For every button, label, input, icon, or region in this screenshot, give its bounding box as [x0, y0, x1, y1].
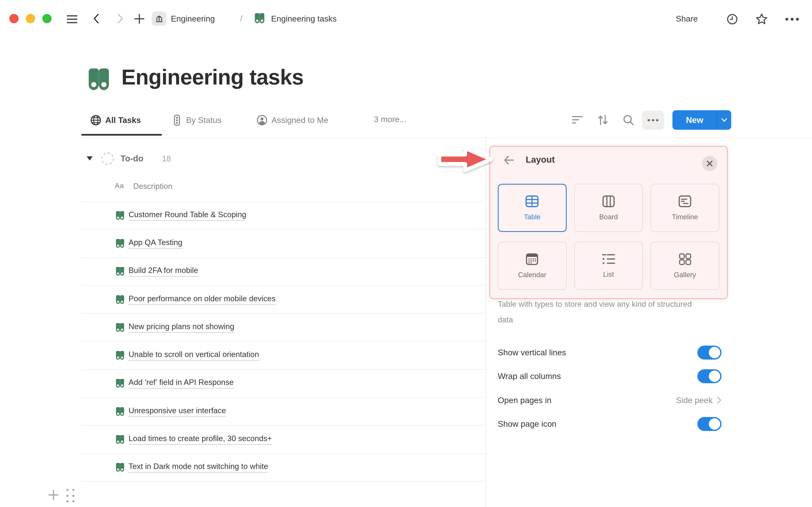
window-zoom-button[interactable]	[42, 14, 52, 23]
tab-assigned-to-me[interactable]: Assigned to Me	[256, 114, 328, 126]
toggle-show-page-icon[interactable]	[697, 417, 721, 431]
setting-wrap-all-columns: Wrap all columns	[498, 364, 721, 388]
add-row-icon[interactable]	[48, 489, 59, 501]
tabs-more[interactable]: 3 more...	[374, 114, 406, 124]
table-row[interactable]: Unresponsive user interface	[81, 398, 486, 426]
table-row[interactable]: Load times to create profile, 30 seconds…	[81, 426, 486, 454]
task-title: Unable to scroll on vertical orientation	[129, 350, 259, 361]
layout-option-label: Table	[524, 213, 541, 221]
window-close-button[interactable]	[9, 14, 18, 23]
share-button[interactable]: Share	[676, 14, 698, 24]
more-options-icon[interactable]	[785, 17, 799, 21]
breadcrumb-workspace[interactable]	[152, 11, 166, 26]
layout-option-timeline[interactable]: Timeline	[651, 184, 719, 232]
page-icon-binoculars[interactable]	[86, 68, 112, 91]
new-button[interactable]: New	[672, 110, 731, 130]
table-row[interactable]: Build 2FA for mobile	[81, 258, 486, 286]
task-title: App QA Testing	[129, 238, 182, 249]
breadcrumb-item-current[interactable]: Engineering tasks	[271, 14, 337, 24]
toggle-knob	[709, 418, 720, 430]
layout-options-grid: Table Board Timeline Calendar List	[498, 184, 719, 290]
todo-status-icon	[101, 153, 114, 165]
tab-by-status[interactable]: By Status	[172, 114, 221, 126]
new-page-icon[interactable]	[134, 13, 145, 24]
chevron-right-icon	[717, 397, 721, 404]
breadcrumb-item[interactable]: Engineering	[171, 14, 215, 24]
task-table: Customer Round Table & Scoping App QA Te…	[81, 201, 486, 482]
group-name[interactable]: To-do	[120, 154, 143, 164]
gallery-icon	[678, 253, 691, 265]
layout-option-label: Calendar	[518, 271, 546, 279]
nav-back-icon[interactable]	[91, 13, 101, 24]
table-row[interactable]: Text in Dark mode not switching to white	[81, 454, 486, 482]
task-title: Add ’ref’ field in API Response	[129, 378, 234, 389]
page-title[interactable]: Engineering tasks	[121, 65, 304, 90]
board-icon	[602, 195, 615, 207]
binoculars-icon	[115, 323, 125, 332]
column-header-description[interactable]: Description	[133, 182, 172, 191]
chevron-down-icon[interactable]	[717, 110, 731, 130]
text-property-icon: Aa	[115, 182, 124, 190]
panel-title: Layout	[526, 155, 555, 165]
binoculars-icon	[115, 295, 125, 304]
table-row[interactable]: Customer Round Table & Scoping	[81, 202, 486, 230]
binoculars-icon	[254, 13, 266, 24]
sidebar-menu-icon[interactable]	[67, 15, 78, 25]
sort-icon[interactable]	[597, 114, 609, 126]
panel-back-icon[interactable]	[503, 155, 515, 165]
task-title: Poor performance on older mobile devices	[129, 294, 275, 305]
favorite-star-icon[interactable]	[755, 13, 768, 25]
layout-option-label: Timeline	[672, 213, 698, 221]
layout-option-gallery[interactable]: Gallery	[651, 242, 719, 290]
table-row[interactable]: Poor performance on older mobile devices	[81, 286, 486, 314]
table-row[interactable]: App QA Testing	[81, 230, 486, 258]
table-row[interactable]: Add ’ref’ field in API Response	[81, 370, 486, 398]
app-window: Engineering / Engineering tasks Share En…	[0, 0, 812, 507]
layout-option-calendar[interactable]: Calendar	[498, 242, 566, 290]
list-icon	[602, 253, 615, 265]
layout-option-label: List	[603, 270, 614, 278]
tab-label: By Status	[186, 115, 221, 125]
toggle-show-vertical-lines[interactable]	[697, 346, 721, 359]
tabs-bottom-border	[81, 137, 812, 138]
table-row[interactable]: New pricing plans not showing	[81, 314, 486, 342]
tab-all-tasks[interactable]: All Tasks	[90, 114, 141, 126]
person-icon	[256, 114, 268, 126]
filter-icon[interactable]	[572, 115, 583, 125]
new-button-label: New	[672, 110, 717, 130]
active-tab-underline	[81, 134, 162, 135]
binoculars-icon	[115, 407, 125, 416]
binoculars-icon	[115, 239, 125, 248]
layout-option-label: Gallery	[674, 271, 696, 279]
view-options-button[interactable]	[642, 111, 664, 130]
layout-settings: Show vertical lines Wrap all columns Ope…	[498, 341, 721, 436]
layout-option-list[interactable]: List	[574, 242, 643, 290]
updates-clock-icon[interactable]	[726, 13, 738, 25]
task-title: Unresponsive user interface	[129, 406, 226, 417]
tab-label: Assigned to Me	[271, 115, 328, 125]
panel-close-button[interactable]	[702, 156, 717, 171]
drag-handle-icon[interactable]	[66, 489, 74, 502]
table-right-divider	[486, 138, 486, 507]
binoculars-icon	[115, 463, 125, 472]
group-collapse-triangle[interactable]	[87, 156, 93, 161]
breadcrumb-separator: /	[240, 14, 243, 23]
task-title: Text in Dark mode not switching to white	[129, 462, 268, 473]
annotation-arrow-icon	[437, 146, 494, 173]
calendar-icon	[526, 253, 539, 265]
setting-show-vertical-lines: Show vertical lines	[498, 341, 721, 364]
layout-option-label: Board	[599, 213, 618, 221]
task-title: Load times to create profile, 30 seconds…	[129, 434, 272, 445]
timeline-icon	[678, 195, 692, 207]
search-icon[interactable]	[622, 114, 635, 126]
layout-option-board[interactable]: Board	[574, 184, 643, 232]
task-title: Build 2FA for mobile	[129, 266, 198, 277]
nav-forward-icon[interactable]	[115, 13, 125, 24]
layout-option-table[interactable]: Table	[498, 184, 566, 232]
table-row[interactable]: Unable to scroll on vertical orientation	[81, 342, 486, 370]
layout-description: Table with types to store and view any k…	[498, 296, 701, 327]
open-pages-in-value[interactable]: Side peek	[676, 395, 721, 405]
toggle-wrap-all-columns[interactable]	[697, 370, 721, 383]
window-minimize-button[interactable]	[26, 14, 35, 23]
globe-icon	[90, 114, 101, 126]
